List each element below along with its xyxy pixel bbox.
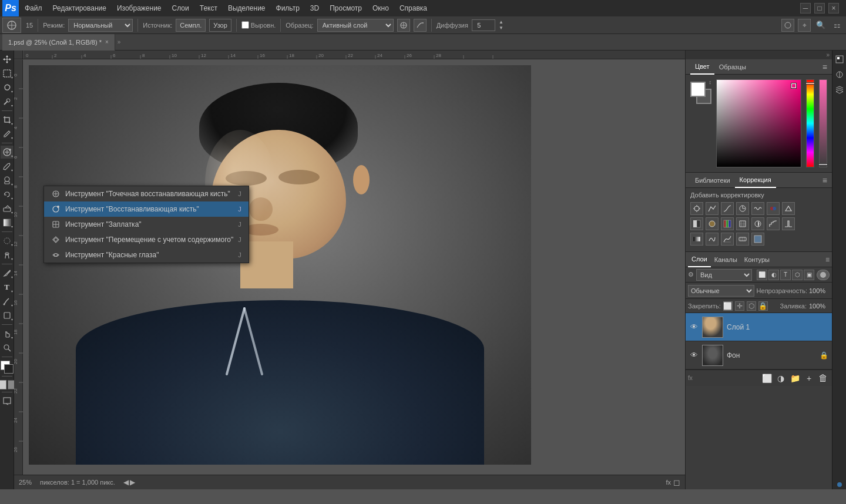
crop-tool-btn[interactable]: ▾: [1, 113, 14, 126]
color-gradient-field[interactable]: [716, 79, 801, 167]
color-balance-icon[interactable]: [782, 202, 795, 215]
normal-mode-btn[interactable]: [0, 380, 6, 389]
ctx-item-content-aware[interactable]: Инструмент "Перемещение с учетом содержи…: [44, 232, 249, 247]
gradient-tool-btn[interactable]: ▾: [1, 216, 14, 229]
layer-visibility-0[interactable]: 👁: [689, 322, 699, 332]
menu-file[interactable]: Файл: [20, 0, 47, 16]
samples-tab[interactable]: Образцы: [714, 59, 751, 75]
right-color-btn[interactable]: [833, 53, 846, 66]
brightness-icon[interactable]: [690, 202, 703, 215]
tool-icon[interactable]: [2, 18, 21, 33]
swap-colors-btn[interactable]: ↕: [709, 79, 712, 85]
layer-filter-select[interactable]: Вид: [696, 269, 752, 281]
sampled-btn[interactable]: Семпл.: [176, 19, 206, 32]
tab-close-btn[interactable]: ×: [105, 39, 109, 45]
text-tool-btn[interactable]: T ▾: [1, 281, 14, 294]
hand-tool-btn[interactable]: ▾: [1, 327, 14, 340]
gradient-map-icon[interactable]: [690, 233, 703, 246]
menu-help[interactable]: Справка: [395, 0, 432, 16]
right-layers-btn[interactable]: [833, 83, 846, 96]
vibrance-icon[interactable]: [751, 202, 764, 215]
menu-view[interactable]: Просмотр: [325, 0, 367, 16]
path-select-tool-btn[interactable]: ▾: [1, 295, 14, 308]
hue-bar[interactable]: [806, 79, 814, 167]
dodge-tool-btn[interactable]: ▾: [1, 248, 14, 261]
eraser-tool-btn[interactable]: ▾: [1, 202, 14, 215]
posterize-icon[interactable]: [767, 217, 780, 230]
solid-color-icon[interactable]: [751, 233, 764, 246]
layers-panel-menu-btn[interactable]: ≡: [825, 256, 830, 264]
libraries-tab[interactable]: Библиотеки: [690, 173, 735, 188]
diffusion-up[interactable]: ▲: [499, 19, 503, 25]
brush-tool-btn[interactable]: ▾: [1, 160, 14, 173]
right-adjust-btn[interactable]: [833, 68, 846, 81]
canvas[interactable]: [29, 65, 531, 465]
ctx-item-heal[interactable]: Инструмент "Восстанавливающая кисть" J: [44, 201, 249, 217]
correction-panel-menu-btn[interactable]: ≡: [822, 176, 827, 185]
window-minimize-btn[interactable]: ─: [800, 3, 811, 14]
color-tab[interactable]: Цвет: [690, 59, 714, 75]
bg-color-swatch[interactable]: [4, 364, 14, 374]
color-lookup-icon[interactable]: [736, 217, 749, 230]
filter-toggle-btn[interactable]: [817, 270, 830, 280]
diffusion-arrows[interactable]: ▲ ▼: [499, 19, 503, 31]
panel-collapse-btn[interactable]: »: [826, 52, 830, 58]
heal-tool-btn[interactable]: ▾: [1, 146, 14, 159]
move-tool-btn[interactable]: [1, 53, 14, 66]
ctx-item-patch[interactable]: Инструмент "Заплатка" J: [44, 217, 249, 232]
pen-tool-btn[interactable]: ▾: [1, 267, 14, 280]
blur-tool-btn[interactable]: ▾: [1, 234, 14, 247]
levels-icon[interactable]: [706, 202, 719, 215]
hdr-toning-icon[interactable]: [736, 233, 749, 246]
layer-blend-mode-select[interactable]: Обычные: [688, 285, 754, 297]
clone-source-btn[interactable]: ⌖: [798, 19, 811, 32]
channels-tab[interactable]: Каналы: [711, 252, 741, 267]
color-correct-btn[interactable]: [781, 19, 794, 32]
add-adjustment-btn[interactable]: ◑: [774, 372, 787, 385]
smartobj-filter-btn[interactable]: ▣: [804, 270, 814, 280]
screen-mode-btn[interactable]: [1, 395, 14, 408]
menu-filter[interactable]: Фильтр: [271, 0, 304, 16]
fill-value[interactable]: 100%: [809, 303, 830, 310]
nav-arrows[interactable]: ◀ ▶: [123, 478, 135, 486]
add-layer-btn[interactable]: +: [803, 372, 815, 385]
sample-select[interactable]: Активный слой: [317, 19, 394, 32]
clone-stamp-tool-btn[interactable]: ▾: [1, 174, 14, 187]
history-brush-tool-btn[interactable]: ▾: [1, 188, 14, 201]
adjustment-filter-btn[interactable]: ◐: [768, 270, 779, 280]
layer-visibility-1[interactable]: 👁: [689, 351, 699, 360]
threshold-icon[interactable]: [782, 217, 795, 230]
magic-wand-tool-btn[interactable]: ▾: [1, 95, 14, 108]
sample-options-btn[interactable]: [397, 19, 410, 32]
blend-mode-select[interactable]: Нормальный: [68, 19, 133, 32]
layers-tab[interactable]: Слои: [688, 252, 711, 267]
menu-3d[interactable]: 3D: [306, 0, 324, 16]
fg-bg-colors[interactable]: [1, 361, 14, 374]
alpha-bar[interactable]: [819, 79, 827, 167]
eyedropper-tool-btn[interactable]: ▾: [1, 127, 14, 140]
ctx-item-spot-heal[interactable]: Инструмент "Точечная восстанавливающая к…: [44, 186, 249, 201]
lock-all-btn[interactable]: 🔒: [758, 301, 768, 311]
color-panel-menu-btn[interactable]: ≡: [822, 62, 827, 72]
add-group-btn[interactable]: 📁: [788, 372, 801, 385]
search-btn[interactable]: 🔍: [814, 19, 827, 32]
select-rect-tool-btn[interactable]: ▾: [1, 67, 14, 80]
lock-artboard-btn[interactable]: ⬡: [747, 301, 756, 311]
pixel-filter-btn[interactable]: ⬜: [757, 270, 767, 280]
lock-position-btn[interactable]: ✛: [735, 301, 744, 311]
selective-color-icon[interactable]: [706, 233, 719, 246]
invert-icon[interactable]: [751, 217, 764, 230]
nav-right-btn[interactable]: ▶: [130, 478, 135, 486]
fx-btn[interactable]: fx: [666, 479, 671, 486]
nav-left-btn[interactable]: ◀: [123, 478, 129, 486]
menu-text[interactable]: Текст: [195, 0, 222, 16]
diffusion-input[interactable]: [472, 19, 495, 31]
lasso-tool-btn[interactable]: ▾: [1, 81, 14, 94]
lock-pixels-btn[interactable]: ⬜: [723, 301, 733, 311]
layer-item-0[interactable]: 👁 Слой 1: [686, 313, 832, 341]
menu-image[interactable]: Изображение: [112, 0, 166, 16]
brush-settings-btn[interactable]: [414, 19, 427, 32]
correction-tab[interactable]: Коррекция: [735, 173, 776, 188]
delete-layer-btn[interactable]: 🗑: [817, 372, 830, 385]
exposure-icon[interactable]: [736, 202, 749, 215]
